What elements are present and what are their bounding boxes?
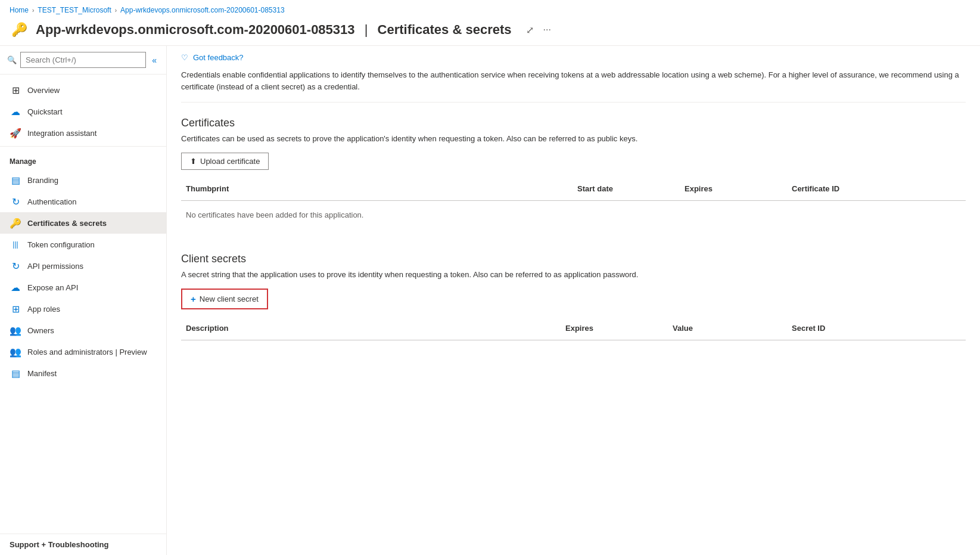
certificates-icon: 🔑 [10,217,21,229]
breadcrumb-app[interactable]: App-wrkdevops.onmicrosoft.com-20200601-0… [120,6,285,14]
client-secrets-section: Client secrets A secret string that the … [181,253,966,340]
breadcrumb-sep-1: › [32,7,34,14]
roles-admins-icon: 👥 [10,346,21,358]
breadcrumb-sep-2: › [115,7,117,14]
sidebar-item-integration[interactable]: 🚀 Integration assistant [0,122,166,144]
token-icon: ||| [10,238,21,250]
support-troubleshooting-label: Support + Troubleshooting [10,540,157,549]
upload-certificate-button[interactable]: ⬆ Upload certificate [181,153,269,170]
manage-section-label: Manage [0,149,166,169]
sidebar-item-label: Quickstart [27,107,63,116]
certificates-title: Certificates [181,117,966,129]
sidebar-item-label: Certificates & secrets [27,219,107,228]
feedback-bar[interactable]: ♡ Got feedback? [181,46,966,69]
quickstart-icon: ☁ [10,106,21,117]
header-actions: ⤢ ··· [524,22,553,38]
sidebar-item-quickstart[interactable]: ☁ Quickstart [0,101,166,122]
sidebar-navigation: ⊞ Overview ☁ Quickstart 🚀 Integration as… [0,75,166,534]
certificate-id-header: Certificate ID [787,182,966,196]
manifest-icon: ▤ [10,367,21,379]
sidebar-item-token[interactable]: ||| Token configuration [0,234,166,255]
main-layout: 🔍 « ⊞ Overview ☁ Quickstart 🚀 Integratio… [0,46,980,555]
sidebar-item-label: Branding [27,176,58,185]
sidebar-item-branding[interactable]: ▤ Branding [0,169,166,191]
more-options-icon[interactable]: ··· [541,22,553,38]
search-icon: 🔍 [7,55,17,64]
sidebar-item-manifest[interactable]: ▤ Manifest [0,362,166,384]
sidebar-item-label: API permissions [27,262,83,271]
sidebar-item-label: Owners [27,326,54,335]
nav-divider-1 [0,146,166,147]
owners-icon: 👥 [10,324,21,336]
start-date-header: Start date [573,182,680,196]
integration-icon: 🚀 [10,127,21,139]
pin-icon[interactable]: ⤢ [524,22,536,38]
page-section-title: Certificates & secrets [378,22,512,37]
branding-icon: ▤ [10,174,21,186]
sidebar-item-app-roles[interactable]: ⊞ App roles [0,298,166,320]
heart-icon: ♡ [181,53,188,62]
client-secrets-title: Client secrets [181,253,966,265]
certificates-table-header: Thumbprint Start date Expires Certificat… [181,177,966,201]
new-client-secret-button[interactable]: + New client secret [181,289,268,309]
certificates-empty-message: No certificates have been added for this… [181,201,966,229]
sidebar-item-api-permissions[interactable]: ↻ API permissions [0,255,166,277]
sidebar-item-label: Overview [27,86,60,95]
title-separator: | [365,22,368,37]
upload-icon: ⬆ [190,157,197,166]
overview-icon: ⊞ [10,84,21,96]
sidebar-item-label: Token configuration [27,240,95,249]
description-header: Description [181,321,561,335]
api-permissions-icon: ↻ [10,260,21,272]
sidebar: 🔍 « ⊞ Overview ☁ Quickstart 🚀 Integratio… [0,46,167,555]
sidebar-item-overview[interactable]: ⊞ Overview [0,79,166,101]
app-name: App-wrkdevops.onmicrosoft.com-20200601-0… [36,22,355,37]
client-secrets-description: A secret string that the application use… [181,270,966,279]
sidebar-item-label: Integration assistant [27,129,97,138]
feedback-label: Got feedback? [193,53,244,62]
breadcrumb-home[interactable]: Home [10,6,29,14]
main-content: ♡ Got feedback? Credentials enable confi… [167,46,980,555]
upload-button-label: Upload certificate [200,157,260,166]
sidebar-item-label: Manifest [27,369,57,378]
sidebar-support-section: Support + Troubleshooting [0,534,166,555]
sidebar-item-authentication[interactable]: ↻ Authentication [0,191,166,212]
expires-secrets-header: Expires [561,321,668,335]
sidebar-item-certificates[interactable]: 🔑 Certificates & secrets [0,212,166,234]
expose-api-icon: ☁ [10,281,21,293]
sidebar-item-roles-admins[interactable]: 👥 Roles and administrators | Preview [0,341,166,362]
breadcrumb-tenant[interactable]: TEST_TEST_Microsoft [38,6,111,14]
sidebar-item-expose-api[interactable]: ☁ Expose an API [0,277,166,298]
search-input[interactable] [20,52,146,68]
secret-id-header: Secret ID [787,321,966,335]
sidebar-item-label: Roles and administrators | Preview [27,348,147,356]
credentials-description: Credentials enable confidential applicat… [181,69,966,103]
sidebar-collapse-button[interactable]: « [150,53,159,67]
expires-header: Expires [680,182,787,196]
page-header: 🔑 App-wrkdevops.onmicrosoft.com-20200601… [0,17,980,46]
sidebar-item-label: App roles [27,305,60,314]
breadcrumb: Home › TEST_TEST_Microsoft › App-wrkdevo… [0,0,980,17]
sidebar-item-owners[interactable]: 👥 Owners [0,320,166,341]
app-icon: 🔑 [10,20,29,39]
sidebar-search-container: 🔍 « [0,46,166,75]
app-roles-icon: ⊞ [10,303,21,315]
thumbprint-header: Thumbprint [181,182,573,196]
certificates-description: Certificates can be used as secrets to p… [181,134,966,143]
plus-icon: + [191,294,196,304]
certificates-section: Certificates Certificates can be used as… [181,117,966,229]
sidebar-item-label: Expose an API [27,283,78,292]
new-secret-button-label: New client secret [200,294,259,303]
secrets-table-header: Description Expires Value Secret ID [181,317,966,340]
authentication-icon: ↻ [10,196,21,207]
value-header: Value [668,321,787,335]
page-title: App-wrkdevops.onmicrosoft.com-20200601-0… [36,22,512,38]
sidebar-item-label: Authentication [27,197,76,206]
